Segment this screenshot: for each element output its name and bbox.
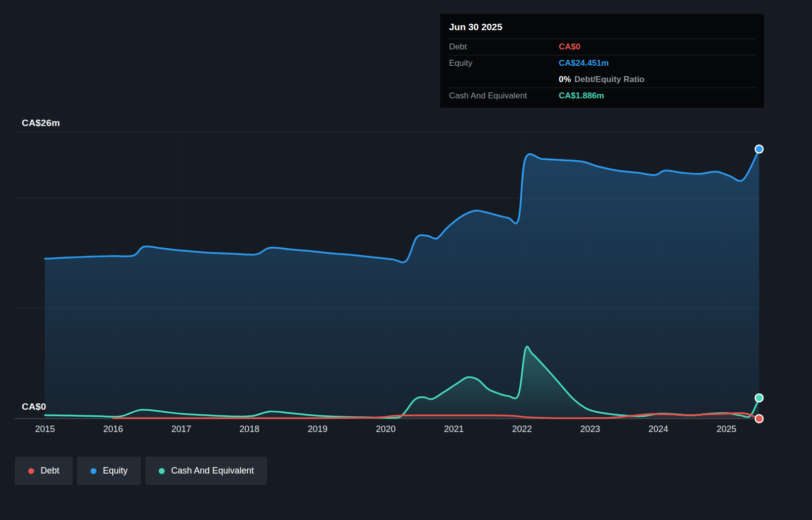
y-axis-zero-label: CA$0 bbox=[22, 401, 46, 412]
y-axis-max-label: CA$26m bbox=[22, 118, 60, 129]
equity-dot-icon bbox=[90, 468, 96, 474]
chart-tooltip: Jun 30 2025 Debt CA$0 Equity CA$24.451m … bbox=[440, 14, 764, 108]
legend-cash-label: Cash And Equivalent bbox=[171, 466, 254, 476]
x-axis-label-2018: 2018 bbox=[227, 424, 271, 434]
tooltip-ratio-text: Debt/Equity Ratio bbox=[575, 75, 645, 84]
x-axis-label-2024: 2024 bbox=[636, 424, 680, 434]
x-axis-label-2017: 2017 bbox=[159, 424, 204, 434]
tooltip-cash-label: Cash And Equivalent bbox=[449, 91, 559, 101]
tooltip-equity-value: CA$24.451m bbox=[559, 58, 609, 68]
tooltip-row-equity: Equity CA$24.451m bbox=[449, 55, 755, 71]
legend-item-equity[interactable]: Equity bbox=[77, 457, 141, 485]
x-axis-label-2022: 2022 bbox=[500, 424, 544, 434]
x-axis-label-2016: 2016 bbox=[91, 424, 135, 434]
debt-dot-icon bbox=[28, 468, 34, 474]
tooltip-row-ratio: 0%Debt/Equity Ratio bbox=[449, 71, 755, 87]
equity-end-dot bbox=[755, 145, 763, 153]
tooltip-row-cash: Cash And Equivalent CA$1.886m bbox=[449, 87, 755, 104]
x-axis-label-2019: 2019 bbox=[295, 424, 340, 434]
cash-dot-icon bbox=[159, 468, 165, 474]
chart-legend: Debt Equity Cash And Equivalent bbox=[15, 457, 267, 485]
legend-equity-label: Equity bbox=[103, 466, 128, 476]
tooltip-date: Jun 30 2025 bbox=[440, 14, 764, 39]
x-axis-label-2015: 2015 bbox=[23, 424, 67, 434]
tooltip-debt-value: CA$0 bbox=[559, 42, 580, 52]
tooltip-cash-value: CA$1.886m bbox=[559, 91, 604, 101]
equity-area bbox=[45, 149, 759, 419]
x-axis-label-2023: 2023 bbox=[568, 424, 612, 434]
x-axis-label-2025: 2025 bbox=[704, 424, 749, 434]
legend-debt-label: Debt bbox=[41, 466, 59, 476]
tooltip-debt-label: Debt bbox=[449, 42, 559, 52]
x-axis-label-2020: 2020 bbox=[363, 424, 408, 434]
legend-item-debt[interactable]: Debt bbox=[15, 457, 73, 485]
tooltip-ratio-percent: 0% bbox=[559, 75, 571, 84]
tooltip-equity-label: Equity bbox=[449, 58, 559, 68]
x-axis-label-2021: 2021 bbox=[432, 424, 476, 434]
legend-item-cash[interactable]: Cash And Equivalent bbox=[145, 457, 267, 485]
tooltip-ratio-value: 0%Debt/Equity Ratio bbox=[559, 75, 644, 85]
tooltip-row-debt: Debt CA$0 bbox=[449, 39, 755, 55]
cash-and-equivalent-end-dot bbox=[755, 394, 763, 402]
debt-end-dot bbox=[755, 415, 763, 423]
